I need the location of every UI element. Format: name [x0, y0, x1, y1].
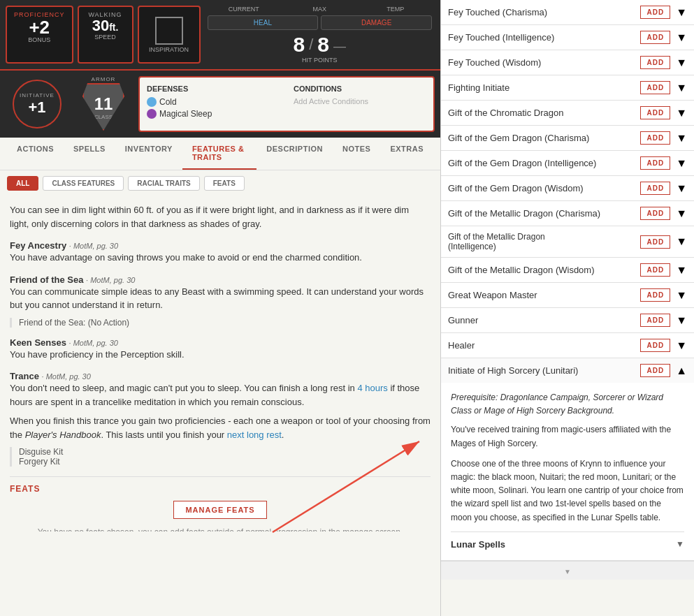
chevron-metallic-cha[interactable]: ▼ — [676, 207, 687, 220]
chevron-healer[interactable]: ▼ — [676, 339, 687, 352]
tab-spells[interactable]: SPELLS — [64, 138, 115, 170]
feat-add-fey-int[interactable]: ADD — [640, 31, 670, 44]
feat-name-gem-int: Gift of the Gem Dragon (Intelligence) — [448, 158, 640, 168]
feat-add-fey-wis[interactable]: ADD — [640, 56, 670, 69]
chevron-fighting[interactable]: ▼ — [676, 82, 687, 94]
cold-icon — [147, 97, 157, 107]
feat-add-fey-cha[interactable]: ADD — [640, 6, 670, 19]
tab-notes[interactable]: NOTES — [333, 138, 380, 170]
subtab-racial[interactable]: RACIAL TRAITS — [128, 176, 199, 191]
chevron-chromatic[interactable]: ▼ — [676, 107, 687, 119]
chevron-gwm[interactable]: ▼ — [676, 289, 687, 302]
subtab-all[interactable]: ALL — [7, 176, 38, 191]
tab-actions[interactable]: ACTIONS — [7, 138, 64, 170]
tab-extras[interactable]: EXTRAS — [380, 138, 433, 170]
chevron-fey-cha[interactable]: ▼ — [676, 6, 687, 19]
feat-item-metallic-int: Gift of the Metallic Dragon(Intelligence… — [441, 226, 694, 258]
feat-add-metallic-wis[interactable]: ADD — [640, 263, 670, 277]
chevron-gem-wis[interactable]: ▼ — [676, 182, 687, 195]
chevron-metallic-int[interactable]: ▼ — [676, 235, 687, 248]
feature-trance: Trance · MotM, pg. 30 You don't need to … — [10, 371, 431, 467]
feat-add-gem-cha[interactable]: ADD — [640, 131, 670, 145]
conditions-col: CONDITIONS Add Active Conditions — [294, 85, 426, 124]
feat-add-metallic-int[interactable]: ADD — [640, 235, 670, 249]
feat-item-fighting: Fighting Initiate ADD ▼ — [441, 75, 694, 101]
conditions-title: CONDITIONS — [294, 85, 426, 93]
chevron-gem-int[interactable]: ▼ — [676, 157, 687, 170]
chevron-metallic-wis[interactable]: ▼ — [676, 264, 687, 277]
proficiency-sublabel: BONUS — [14, 36, 65, 43]
defense-sleep: Magical Sleep — [147, 109, 280, 119]
friend-sea-indent: Friend of the Sea: (No Action) — [10, 318, 431, 328]
feat-item-initiate: Initiate of High Sorcery (Lunitari) ADD … — [441, 358, 694, 383]
initiative-value: +1 — [28, 98, 45, 117]
lunar-spells-expand[interactable]: ▼ — [676, 538, 684, 551]
feat-name-fey-int: Fey Touched (Intelligence) — [448, 32, 640, 43]
feat-name-initiate: Initiate of High Sorcery (Lunitari) — [448, 365, 640, 376]
keen-senses-text: You have proficiency in the Perception s… — [10, 348, 431, 362]
defense-cold-label: Cold — [159, 97, 177, 107]
feat-item-metallic-cha: Gift of the Metallic Dragon (Charisma) A… — [441, 201, 694, 226]
hp-temp: — — [333, 39, 346, 54]
feat-add-gem-wis[interactable]: ADD — [640, 182, 670, 195]
trance-indent: Disguise KitForgery Kit — [10, 447, 431, 467]
main-content: ACTIONS SPELLS INVENTORY FEATURES & TRAI… — [0, 138, 440, 616]
subtab-feats[interactable]: FEATS — [204, 176, 245, 191]
damage-button[interactable]: DAMAGE — [321, 15, 432, 30]
tab-inventory[interactable]: INVENTORY — [115, 138, 182, 170]
max-label: MAX — [283, 6, 356, 13]
chevron-initiate[interactable]: ▲ — [676, 365, 687, 377]
feat-add-metallic-cha[interactable]: ADD — [640, 207, 670, 220]
feat-add-chromatic[interactable]: ADD — [640, 106, 670, 119]
friend-sea-source: · MotM, pg. 30 — [86, 276, 135, 284]
feat-add-initiate[interactable]: ADD — [640, 364, 670, 377]
trance-title: Trance — [10, 371, 39, 381]
chevron-gem-cha[interactable]: ▼ — [676, 132, 687, 145]
tab-features[interactable]: FEATURES & TRAITS — [182, 138, 256, 170]
inspiration-icon — [155, 17, 183, 45]
defenses-conditions-panel: DEFENSES Cold Magical Sleep CONDITIONS A… — [138, 76, 435, 132]
feat-name-metallic-int: Gift of the Metallic Dragon(Intelligence… — [448, 232, 640, 251]
chevron-gunner[interactable]: ▼ — [676, 314, 687, 327]
chevron-fey-int[interactable]: ▼ — [676, 31, 687, 44]
current-label: CURRENT — [208, 6, 281, 13]
heal-button[interactable]: HEAL — [208, 15, 319, 30]
feat-name-metallic-wis: Gift of the Metallic Dragon (Wisdom) — [448, 265, 640, 275]
subtab-class[interactable]: CLASS FEATURES — [43, 176, 124, 191]
feat-add-gunner[interactable]: ADD — [640, 314, 670, 327]
feature-friend-sea: Friend of the Sea · MotM, pg. 30 You can… — [10, 274, 431, 328]
tab-description[interactable]: DESCRIPTION — [256, 138, 333, 170]
trance-source: · MotM, pg. 30 — [42, 372, 91, 381]
feat-name-fey-cha: Fey Touched (Charisma) — [448, 7, 640, 17]
feat-add-fighting[interactable]: ADD — [640, 81, 670, 94]
feat-add-gwm[interactable]: ADD — [640, 288, 670, 302]
feat-item-fey-cha: Fey Touched (Charisma) ADD ▼ — [441, 0, 694, 25]
inspiration-stat[interactable]: INSPIRATION — [138, 6, 201, 64]
defenses-col: DEFENSES Cold Magical Sleep — [147, 85, 280, 124]
proficiency-stat: PROFICIENCY +2 BONUS — [6, 6, 73, 64]
defenses-title: DEFENSES — [147, 85, 280, 93]
feat-add-gem-int[interactable]: ADD — [640, 156, 670, 170]
right-panel: Fey Touched (Charisma) ADD ▼ Fey Touched… — [440, 0, 694, 616]
feat-add-healer[interactable]: ADD — [640, 339, 670, 352]
initiate-desc1: You've received training from magic-user… — [451, 423, 684, 450]
feat-expanded-initiate: Prerequisite: Dragonlance Campaign, Sorc… — [441, 383, 694, 561]
defense-cold: Cold — [147, 97, 280, 107]
feat-name-fey-wis: Fey Touched (Wisdom) — [448, 57, 640, 68]
feat-name-healer: Healer — [448, 340, 640, 351]
feat-item-gem-int: Gift of the Gem Dragon (Intelligence) AD… — [441, 151, 694, 176]
feat-name-gem-cha: Gift of the Gem Dragon (Charisma) — [448, 133, 640, 143]
lunar-spells-label: Lunar Spells — [451, 538, 505, 552]
initiate-prereq: Prerequisite: Dragonlance Campaign, Sorc… — [451, 391, 684, 418]
feat-item-healer: Healer ADD ▼ — [441, 333, 694, 358]
hp-current: 8 — [294, 33, 305, 57]
feats-empty-text: You have no feats chosen, you can add fe… — [10, 526, 431, 531]
manage-feats-button[interactable]: MANAGE FEATS — [173, 501, 266, 519]
trance-text2: When you finish this trance you gain two… — [10, 414, 431, 441]
keen-senses-title: Keen Senses — [10, 337, 66, 348]
speed-sublabel: SPEED — [86, 34, 125, 41]
chevron-fey-wis[interactable]: ▼ — [676, 57, 687, 69]
initiate-desc2: Choose one of the three moons of Krynn t… — [451, 457, 684, 525]
conditions-placeholder[interactable]: Add Active Conditions — [294, 97, 426, 105]
feat-name-gwm: Great Weapon Master — [448, 290, 640, 300]
